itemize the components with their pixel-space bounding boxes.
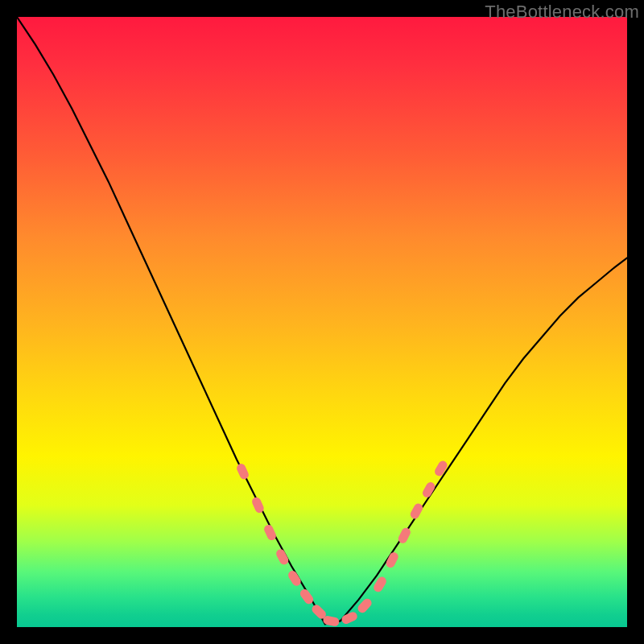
- marker: [322, 615, 340, 627]
- watermark-text: TheBottleneck.com: [485, 2, 639, 23]
- svg-rect-13: [409, 502, 424, 521]
- svg-rect-3: [275, 547, 290, 566]
- curve-path-group: [17, 17, 627, 624]
- chart-svg: [17, 17, 627, 627]
- marker: [262, 523, 277, 542]
- markers-group: [235, 460, 448, 627]
- marker: [275, 547, 290, 566]
- marker: [287, 569, 303, 588]
- svg-rect-15: [433, 460, 448, 478]
- svg-rect-0: [235, 462, 250, 481]
- marker: [235, 462, 250, 481]
- marker: [409, 502, 424, 521]
- svg-rect-7: [322, 615, 340, 627]
- svg-rect-8: [341, 610, 359, 625]
- marker: [341, 610, 359, 625]
- svg-rect-2: [262, 523, 277, 542]
- svg-rect-4: [287, 569, 303, 588]
- chart-frame: TheBottleneck.com: [0, 0, 644, 644]
- curve-path: [17, 17, 627, 624]
- marker: [433, 460, 448, 478]
